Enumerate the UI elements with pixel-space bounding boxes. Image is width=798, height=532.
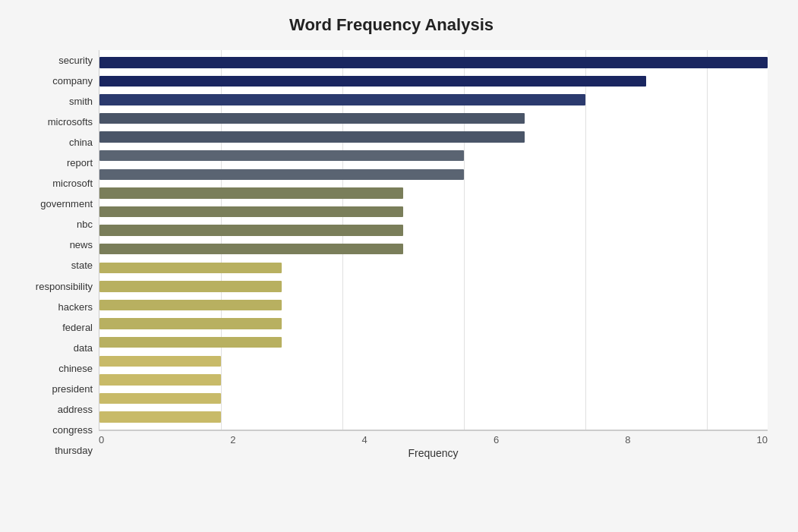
- y-label: state: [71, 260, 93, 270]
- y-label: government: [40, 199, 93, 209]
- x-tick: 6: [494, 434, 499, 445]
- bar: [99, 393, 221, 404]
- bar: [99, 263, 282, 273]
- y-label: security: [58, 55, 93, 65]
- x-tick: 4: [362, 434, 367, 445]
- bar-row: [99, 146, 768, 165]
- chart-title: Word Frequency Analysis: [15, 15, 768, 35]
- chart-container: Word Frequency Analysis securitycompanys…: [0, 0, 798, 532]
- y-label: congress: [52, 425, 93, 435]
- bar: [99, 300, 282, 310]
- bar: [99, 131, 525, 142]
- x-tick: 8: [625, 434, 630, 445]
- bar: [99, 76, 646, 87]
- x-tick: 0: [99, 434, 104, 445]
- bar-row: [99, 90, 768, 109]
- y-label: company: [52, 76, 93, 86]
- bar: [99, 356, 221, 367]
- bar-row: [99, 389, 768, 408]
- bars-wrapper: [99, 50, 768, 430]
- y-label: smith: [69, 96, 93, 106]
- bar: [99, 337, 282, 348]
- bar-row: [99, 53, 768, 72]
- bar-row: [99, 127, 768, 146]
- y-label: data: [74, 343, 93, 353]
- bar-row: [99, 203, 768, 222]
- bar: [99, 206, 403, 217]
- bar: [99, 169, 464, 180]
- bar-row: [99, 240, 768, 259]
- y-label: hackers: [58, 302, 93, 312]
- y-labels: securitycompanysmithmicrosoftschinarepor…: [15, 50, 99, 461]
- x-tick: 10: [756, 434, 767, 445]
- x-tick: 2: [230, 434, 235, 445]
- bar: [99, 150, 464, 161]
- bar: [99, 318, 282, 329]
- bar-row: [99, 165, 768, 184]
- bar: [99, 281, 282, 291]
- y-label: microsoft: [52, 178, 93, 188]
- bar-row: [99, 352, 768, 371]
- bar-row: [99, 184, 768, 203]
- bar: [99, 411, 221, 422]
- y-label: report: [67, 158, 93, 168]
- x-axis-label: Frequency: [99, 447, 768, 459]
- bar: [99, 225, 403, 235]
- bar-row: [99, 277, 768, 296]
- bar-row: [99, 333, 768, 352]
- bar-row: [99, 408, 768, 427]
- y-label: address: [58, 405, 93, 414]
- y-label: thursday: [55, 445, 93, 455]
- bar-row: [99, 259, 768, 278]
- y-label: chinese: [58, 364, 93, 373]
- y-label: federal: [62, 323, 93, 332]
- bars-inner: [99, 50, 768, 430]
- bar-row: [99, 72, 768, 91]
- bars-and-xaxis: 0246810 Frequency: [99, 50, 768, 461]
- chart-area: securitycompanysmithmicrosoftschinarepor…: [15, 50, 768, 461]
- bar: [99, 57, 768, 68]
- y-label: china: [69, 137, 93, 147]
- bar: [99, 374, 221, 385]
- y-label: microsofts: [48, 117, 93, 127]
- bar: [99, 187, 403, 198]
- y-label: responsibility: [36, 282, 93, 291]
- x-ticks: 0246810: [99, 431, 768, 445]
- bar-row: [99, 109, 768, 128]
- bar-row: [99, 370, 768, 389]
- bar-row: [99, 296, 768, 315]
- y-label: nbc: [77, 219, 93, 229]
- bar-row: [99, 221, 768, 240]
- bar-row: [99, 314, 768, 333]
- y-label: news: [70, 240, 93, 250]
- bar: [99, 244, 403, 254]
- x-axis: 0246810 Frequency: [99, 430, 768, 461]
- bar: [99, 94, 585, 105]
- bar: [99, 113, 525, 124]
- y-label: president: [52, 384, 93, 394]
